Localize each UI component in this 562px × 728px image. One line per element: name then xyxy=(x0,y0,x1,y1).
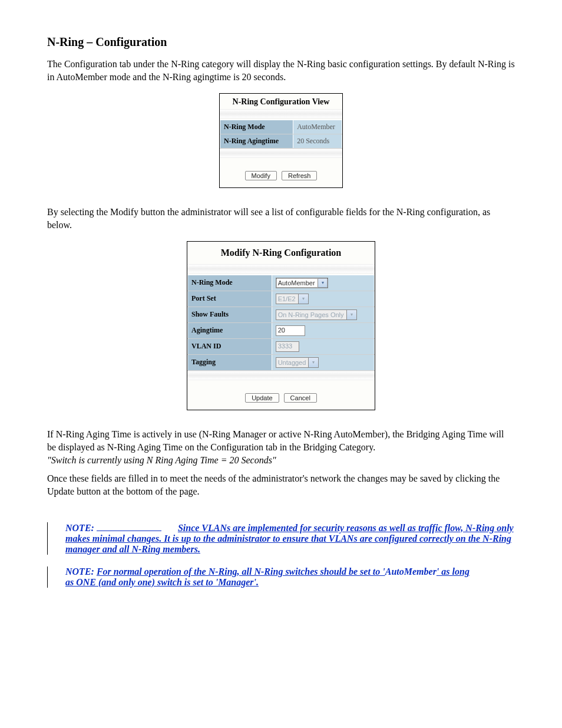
aging-paragraph-text: If N-Ring Aging Time is actively in use … xyxy=(47,429,504,452)
label-port-set: Port Set xyxy=(188,291,272,307)
mid-paragraph: By selecting the Modify button the admin… xyxy=(47,206,515,232)
note2-line2: as ONE (and only one) switch is set to '… xyxy=(65,577,259,587)
port-set-select: E1/E2 ▾ xyxy=(276,294,309,304)
agingtime-input[interactable]: 20 xyxy=(276,325,305,336)
aging-example-quote: "Switch is currently using N Ring Aging … xyxy=(47,455,276,465)
divider xyxy=(220,109,342,118)
table-row: VLAN ID 3333 xyxy=(188,338,375,354)
panel2-title: Modify N-Ring Configuration xyxy=(187,242,375,264)
table-row: Show Faults On N-Ring Pages Only ▾ xyxy=(188,307,375,322)
note2-line1: For normal operation of the N-Ring, all … xyxy=(97,566,385,577)
panel1-button-row: Modify Refresh xyxy=(220,170,342,180)
panel1-title: N-Ring Configuration View xyxy=(220,94,342,109)
value-nring-mode: AutoMember xyxy=(293,120,342,134)
note-1: NOTE: Since VLANs are implemented for se… xyxy=(47,522,515,555)
label-vlan-id: VLAN ID xyxy=(188,338,272,354)
table-row: Tagging Untagged ▾ xyxy=(188,354,375,370)
show-faults-select: On N-Ring Pages Only ▾ xyxy=(276,309,357,320)
vlan-id-input: 3333 xyxy=(276,341,299,352)
divider xyxy=(220,149,342,158)
label-tagging: Tagging xyxy=(188,354,272,370)
divider xyxy=(187,371,375,380)
table-row: Port Set E1/E2 ▾ xyxy=(188,291,375,307)
note2-line1-after: ' as long xyxy=(437,566,470,577)
label-agingtime: Agingtime xyxy=(188,322,272,338)
select-value: Untagged xyxy=(278,359,306,366)
select-value: AutoMember xyxy=(278,279,315,286)
modify-nring-config-panel: Modify N-Ring Configuration N-Ring Mode … xyxy=(187,241,375,410)
intro-paragraph: The Configuration tab under the N-Ring c… xyxy=(47,58,515,84)
save-paragraph: Once these fields are filled in to meet … xyxy=(47,472,515,499)
blank-underline-1a xyxy=(97,522,161,531)
label-show-faults: Show Faults xyxy=(188,307,272,322)
select-value: On N-Ring Pages Only xyxy=(278,311,344,318)
config-view-table: N-Ring Mode AutoMember N-Ring Agingtime … xyxy=(220,120,342,149)
table-row: Agingtime 20 xyxy=(188,322,375,338)
update-button[interactable]: Update xyxy=(245,393,279,403)
page-heading: N-Ring – Configuration xyxy=(47,35,515,49)
note-prefix: NOTE: xyxy=(65,523,94,533)
divider xyxy=(187,264,375,274)
chevron-down-icon: ▾ xyxy=(318,278,328,288)
refresh-button[interactable]: Refresh xyxy=(282,171,318,180)
note-prefix: NOTE: xyxy=(65,566,94,577)
table-row: N-Ring Mode AutoMember ▾ xyxy=(188,275,375,291)
note2-bold-word: AutoMember xyxy=(385,566,437,577)
modify-config-table: N-Ring Mode AutoMember ▾ Port Set E1/E2 … xyxy=(187,275,375,371)
label-nring-mode: N-Ring Mode xyxy=(220,120,293,134)
panel2-button-row: Update Cancel xyxy=(187,392,375,403)
table-row: N-Ring Mode AutoMember xyxy=(220,120,342,134)
select-value: E1/E2 xyxy=(278,295,296,302)
chevron-down-icon: ▾ xyxy=(308,358,318,367)
label-nring-mode: N-Ring Mode xyxy=(188,275,272,291)
table-row: N-Ring Agingtime 20 Seconds xyxy=(220,134,342,148)
cancel-button[interactable]: Cancel xyxy=(284,393,317,403)
modify-button[interactable]: Modify xyxy=(245,171,277,180)
nring-config-view-panel: N-Ring Configuration View N-Ring Mode Au… xyxy=(219,93,343,188)
nring-mode-select[interactable]: AutoMember ▾ xyxy=(276,278,328,288)
label-nring-aging: N-Ring Agingtime xyxy=(220,134,293,148)
tagging-select: Untagged ▾ xyxy=(276,357,319,368)
chevron-down-icon: ▾ xyxy=(346,310,356,319)
chevron-down-icon: ▾ xyxy=(298,294,308,304)
aging-paragraph: If N-Ring Aging Time is actively in use … xyxy=(47,428,515,467)
value-nring-aging: 20 Seconds xyxy=(293,134,342,148)
note-2: NOTE: For normal operation of the N-Ring… xyxy=(47,566,515,588)
